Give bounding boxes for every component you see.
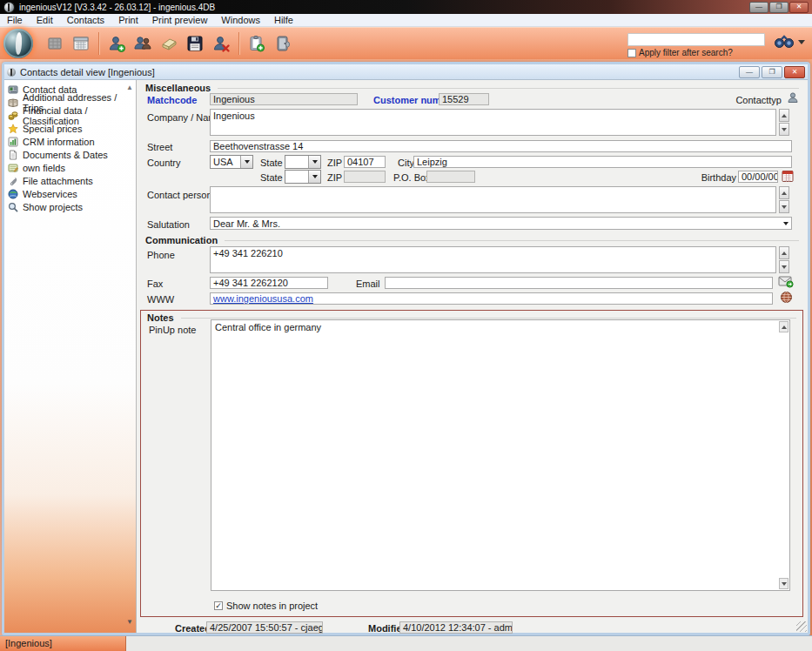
sidebar-item-label: File attachments xyxy=(23,176,93,186)
birthday-field[interactable]: 00/00/00 xyxy=(738,171,778,183)
contacts-list-button[interactable] xyxy=(131,31,154,56)
state2-select[interactable] xyxy=(285,170,321,184)
search-options-caret[interactable] xyxy=(798,40,805,44)
sidebar-item-webservices[interactable]: Webservices xyxy=(4,187,136,200)
eraser-button[interactable] xyxy=(158,31,180,56)
contact-person-field[interactable] xyxy=(210,186,776,213)
menu-file[interactable]: File xyxy=(0,14,30,27)
exit-door-icon xyxy=(273,34,292,53)
contact-person-spinner[interactable] xyxy=(779,186,789,213)
calendar-button[interactable] xyxy=(70,31,92,56)
street-field[interactable]: Beethovenstrasse 14 xyxy=(210,140,792,152)
state-select[interactable] xyxy=(285,155,321,169)
detail-close-button[interactable]: ✕ xyxy=(784,66,805,78)
city-field[interactable]: Leipzig xyxy=(413,156,792,168)
window-minimize-button[interactable]: — xyxy=(749,2,768,13)
menu-edit[interactable]: Edit xyxy=(30,14,60,27)
show-notes-checkbox[interactable] xyxy=(214,601,223,610)
sidebar-scroll-down-icon[interactable]: ▼ xyxy=(126,618,133,626)
apply-filter-label: Apply filter after search? xyxy=(639,48,733,57)
detail-minimize-button[interactable]: — xyxy=(739,66,760,78)
contact-person-label: Contact person xyxy=(147,190,212,200)
star-icon xyxy=(8,124,18,134)
spin-down-icon xyxy=(779,260,789,273)
search-binoculars-button[interactable] xyxy=(774,35,795,49)
addresses-icon xyxy=(8,97,18,108)
sidebar-scroll-up-icon[interactable]: ▲ xyxy=(126,84,133,91)
menu-windows[interactable]: Windows xyxy=(214,14,267,27)
phone-label: Phone xyxy=(147,250,175,260)
street-label: Street xyxy=(147,142,172,152)
save-button[interactable] xyxy=(184,31,206,56)
menu-print-preview[interactable]: Print preview xyxy=(145,14,215,27)
pobox-label: P.O. Box xyxy=(393,172,431,183)
resize-grip[interactable] xyxy=(796,621,807,632)
show-notes-label: Show notes in project xyxy=(226,601,318,611)
pobox-field[interactable] xyxy=(426,171,475,183)
magnifier-icon xyxy=(8,202,18,212)
zip2-label: ZIP xyxy=(327,172,342,183)
sidebar-item-documents-dates[interactable]: Documents & Dates xyxy=(4,148,136,161)
www-field[interactable]: www.ingenioususa.com xyxy=(210,292,773,305)
sidebar-item-label: Webservices xyxy=(23,189,77,199)
sidebar-item-show-projects[interactable]: Show projects xyxy=(4,200,136,213)
phone-field[interactable]: +49 341 226210 xyxy=(210,246,776,273)
apply-filter-checkbox[interactable] xyxy=(627,49,636,57)
application-window: ingeniousV12 [V3.3.42 - 26.03.12] - inge… xyxy=(0,0,812,651)
pinup-note-textarea[interactable]: Central office in germany xyxy=(211,319,790,591)
detail-sidebar: ▲ Contact data Additional addresses / Tr… xyxy=(4,80,137,633)
app-logo-icon xyxy=(3,2,15,13)
document-icon xyxy=(8,150,18,160)
window-close-button[interactable]: ✕ xyxy=(789,2,809,13)
menu-hilfe[interactable]: Hilfe xyxy=(267,14,300,27)
spin-up-icon xyxy=(779,186,789,199)
country-label: Country xyxy=(147,158,181,168)
customer-number-field[interactable]: 15529 xyxy=(439,93,489,105)
ingenious-logo-icon xyxy=(3,29,33,58)
birthday-calendar-button[interactable] xyxy=(782,170,794,183)
dropdown-arrow-icon xyxy=(240,156,252,168)
send-email-button[interactable] xyxy=(778,275,794,288)
notes-groupbox: Notes PinUp note Central office in germa… xyxy=(140,310,803,617)
table-grid-button[interactable] xyxy=(44,31,66,56)
sidebar-item-own-fields[interactable]: own fields xyxy=(4,161,136,174)
zip2-field[interactable] xyxy=(344,171,386,183)
zip-label: ZIP xyxy=(327,158,342,168)
detail-maximize-button[interactable]: ❐ xyxy=(762,66,782,78)
sidebar-item-crm-information[interactable]: CRM information xyxy=(4,135,136,148)
search-input[interactable] xyxy=(627,33,765,46)
contact-form: Miscellaneous Matchcode Ingenious Custom… xyxy=(137,80,808,633)
company-spinner[interactable] xyxy=(779,109,789,136)
menu-contacts[interactable]: Contacts xyxy=(60,14,111,27)
sidebar-item-file-attachments[interactable]: File attachments xyxy=(4,174,136,187)
modified-field: 4/10/2012 12:34:07 - admin xyxy=(399,621,513,634)
fax-field[interactable]: +49 341 2262120 xyxy=(210,277,328,289)
sidebar-item-financial-data[interactable]: Financial data / Classification xyxy=(4,109,136,122)
sidebar-item-label: CRM information xyxy=(23,137,95,147)
add-contact-icon xyxy=(107,34,126,53)
contacttyp-person-icon[interactable] xyxy=(787,91,799,104)
toolbar-separator xyxy=(98,32,99,55)
country-select[interactable]: USA xyxy=(210,155,253,169)
open-browser-button[interactable] xyxy=(780,291,793,304)
website-link[interactable]: www.ingenioususa.com xyxy=(213,293,313,304)
delete-contact-button[interactable] xyxy=(210,31,232,56)
detail-window-titlebar[interactable]: Contacts detail view [Ingenious] — ❐ ✕ xyxy=(4,64,808,80)
new-clipboard-button[interactable] xyxy=(245,31,268,56)
main-toolbar: Apply filter after search? xyxy=(0,27,812,59)
matchcode-field[interactable]: Ingenious xyxy=(210,93,358,105)
window-maximize-button[interactable]: ❐ xyxy=(769,2,789,13)
phone-spinner[interactable] xyxy=(779,246,789,273)
salutation-select[interactable]: Dear Mr. & Mrs. xyxy=(210,217,792,230)
textarea-scrollbar[interactable] xyxy=(779,321,789,589)
add-contact-button[interactable] xyxy=(105,31,128,56)
spin-down-icon xyxy=(779,123,789,136)
company-name-field[interactable]: Ingenious xyxy=(210,109,776,136)
zip-field[interactable]: 04107 xyxy=(344,156,386,168)
record-tab-ingenious[interactable]: [Ingenious] xyxy=(0,636,126,651)
menu-print[interactable]: Print xyxy=(111,14,145,27)
new-clipboard-icon xyxy=(247,34,266,53)
exit-door-button[interactable] xyxy=(272,31,294,56)
salutation-label: Salutation xyxy=(147,219,190,230)
email-field[interactable] xyxy=(385,277,773,289)
